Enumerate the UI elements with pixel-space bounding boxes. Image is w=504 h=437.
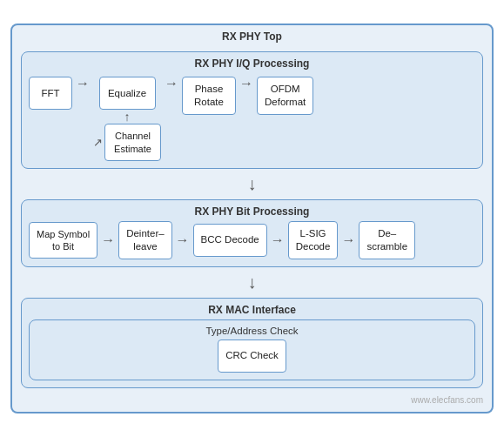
- arrow-map-deinter: →: [101, 233, 115, 247]
- watermark: www.elecfans.com: [21, 395, 483, 405]
- fft-block: FFT: [29, 77, 72, 110]
- map-symbol-block: Map Symbol to Bit: [29, 222, 97, 259]
- equalize-block: Equalize: [99, 77, 156, 110]
- arrow-ch-left: ↗: [93, 137, 103, 148]
- phase-rotate-block: Phase Rotate: [182, 77, 236, 115]
- arrow-iq-bit: ↓: [21, 174, 483, 194]
- channel-estimate-block: Channel Estimate: [104, 124, 161, 161]
- mac-section: RX MAC Interface Type/Address Check CRC …: [21, 298, 483, 388]
- crc-row: CRC Check: [37, 340, 467, 373]
- type-address-title: Type/Address Check: [37, 326, 467, 336]
- arrow-bit-mac: ↓: [21, 272, 483, 292]
- iq-section: RX PHY I/Q Processing FFT → Equalize ↑ ↗…: [21, 51, 483, 169]
- lsig-decode-block: L-SIG Decode: [288, 221, 339, 259]
- arrow-bcc-lsig: →: [271, 233, 285, 247]
- descramble-block: De– scramble: [359, 221, 415, 259]
- outer-title: RX PHY Top: [21, 30, 483, 43]
- arrow-eq-phase: →: [165, 77, 178, 91]
- deinterleave-block: Deinter– leave: [118, 221, 171, 259]
- mac-inner: Type/Address Check CRC Check: [29, 319, 475, 380]
- mac-title: RX MAC Interface: [29, 304, 475, 316]
- up-arrow-ch: ↑: [124, 110, 131, 124]
- bit-section: RX PHY Bit Processing Map Symbol to Bit …: [21, 199, 483, 267]
- ofdm-deformat-block: OFDM Deformat: [257, 77, 313, 115]
- diagram-outer: RX PHY Top RX PHY I/Q Processing FFT → E…: [10, 24, 494, 413]
- iq-title: RX PHY I/Q Processing: [29, 57, 475, 70]
- arrow-deinter-bcc: →: [176, 233, 190, 247]
- arrow-phase-ofdm: →: [239, 77, 253, 91]
- bit-title: RX PHY Bit Processing: [29, 205, 475, 218]
- arrow-lsig-descrm: →: [341, 233, 355, 247]
- bit-processing-row: Map Symbol to Bit → Deinter– leave → BCC…: [29, 221, 475, 259]
- arrow-fft-eq: →: [76, 77, 90, 91]
- equalize-area: Equalize ↑ ↗ Channel Estimate: [93, 77, 161, 161]
- crc-check-block: CRC Check: [218, 340, 286, 373]
- bcc-decode-block: BCC Decode: [193, 224, 267, 257]
